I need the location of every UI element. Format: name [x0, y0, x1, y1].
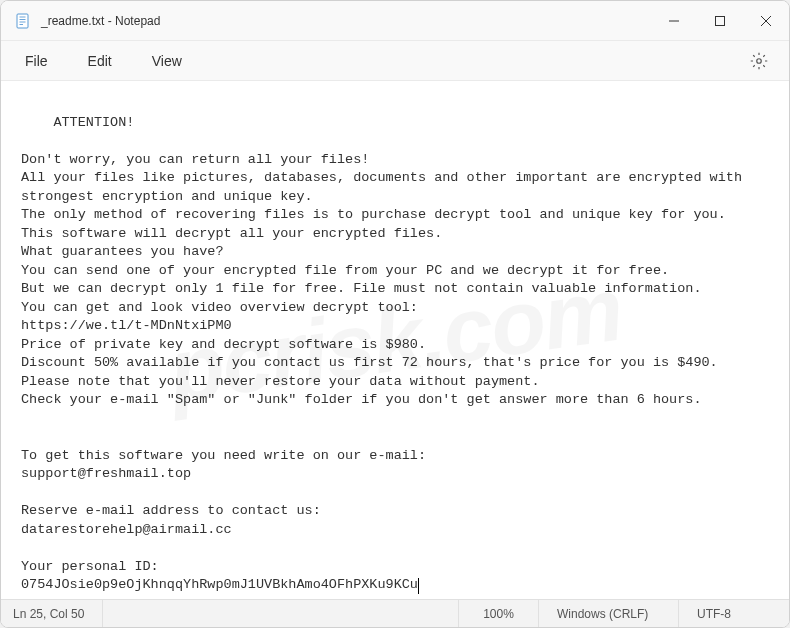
svg-rect-6 [716, 16, 725, 25]
notepad-window: _readme.txt - Notepad File Edit View pc [0, 0, 790, 628]
document-body: ATTENTION! Don't worry, you can return a… [21, 115, 750, 593]
status-encoding: UTF-8 [679, 600, 789, 627]
svg-rect-0 [17, 14, 28, 28]
text-caret [418, 578, 419, 594]
window-controls [651, 1, 789, 40]
menu-file[interactable]: File [9, 47, 64, 75]
titlebar: _readme.txt - Notepad [1, 1, 789, 41]
text-editor-area[interactable]: pcrisk.comATTENTION! Don't worry, you ca… [1, 81, 789, 599]
notepad-app-icon [15, 13, 31, 29]
statusbar: Ln 25, Col 50 100% Windows (CRLF) UTF-8 [1, 599, 789, 627]
minimize-button[interactable] [651, 1, 697, 40]
maximize-button[interactable] [697, 1, 743, 40]
status-line-ending: Windows (CRLF) [539, 600, 679, 627]
menubar: File Edit View [1, 41, 789, 81]
status-spacer [103, 600, 459, 627]
close-button[interactable] [743, 1, 789, 40]
settings-button[interactable] [741, 43, 777, 79]
window-title: _readme.txt - Notepad [41, 14, 160, 28]
status-line-col: Ln 25, Col 50 [1, 600, 103, 627]
menu-edit[interactable]: Edit [72, 47, 128, 75]
status-zoom[interactable]: 100% [459, 600, 539, 627]
menu-view[interactable]: View [136, 47, 198, 75]
svg-point-9 [757, 58, 762, 63]
